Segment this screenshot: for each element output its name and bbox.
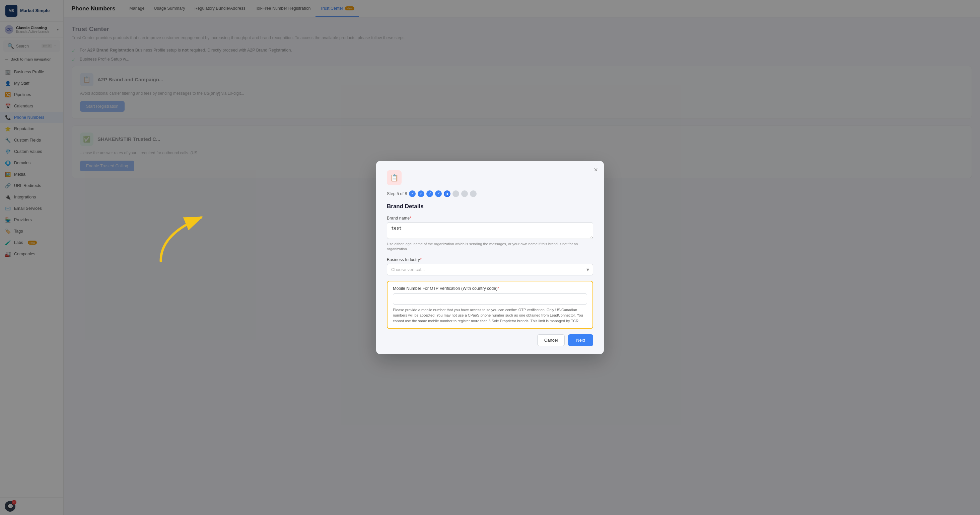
step-dot-1: ✓ bbox=[409, 190, 416, 197]
step-dot-6 bbox=[452, 190, 459, 197]
modal-close-button[interactable]: × bbox=[594, 166, 598, 173]
step-dot-4: ✓ bbox=[435, 190, 442, 197]
modal-footer: Cancel Next bbox=[387, 334, 593, 346]
brand-details-modal: × 📋 Step 5 of 8 ✓ ✓ ✓ ✓ ● Brand Details … bbox=[376, 161, 604, 354]
modal-header-icon: 📋 bbox=[387, 170, 402, 185]
step-label: Step 5 of 8 bbox=[387, 192, 407, 196]
step-indicator: Step 5 of 8 ✓ ✓ ✓ ✓ ● bbox=[387, 190, 593, 197]
modal-overlay: × 📋 Step 5 of 8 ✓ ✓ ✓ ✓ ● Brand Details … bbox=[0, 0, 980, 515]
otp-label: Mobile Number For OTP Verification (With… bbox=[393, 286, 587, 291]
business-industry-group: Business Industry* Choose vertical... Ag… bbox=[387, 257, 593, 276]
brand-name-group: Brand name* test Use either legal name o… bbox=[387, 216, 593, 252]
business-industry-label: Business Industry* bbox=[387, 257, 593, 262]
business-industry-select[interactable]: Choose vertical... Agriculture Communica… bbox=[387, 264, 593, 276]
step-dot-2: ✓ bbox=[418, 190, 424, 197]
modal-title: Brand Details bbox=[387, 203, 593, 210]
next-button[interactable]: Next bbox=[568, 334, 593, 346]
brand-name-label: Brand name* bbox=[387, 216, 593, 220]
step-dot-3: ✓ bbox=[426, 190, 433, 197]
brand-name-hint: Use either legal name of the organizatio… bbox=[387, 242, 593, 252]
brand-name-input[interactable]: test bbox=[387, 222, 593, 239]
cancel-button[interactable]: Cancel bbox=[537, 334, 565, 346]
otp-input[interactable] bbox=[393, 293, 587, 304]
step-dot-7 bbox=[461, 190, 468, 197]
step-dot-5: ● bbox=[444, 190, 450, 197]
step-dot-8 bbox=[470, 190, 477, 197]
otp-verification-group: Mobile Number For OTP Verification (With… bbox=[387, 281, 593, 329]
otp-hint: Please provide a mobile number that you … bbox=[393, 307, 587, 324]
